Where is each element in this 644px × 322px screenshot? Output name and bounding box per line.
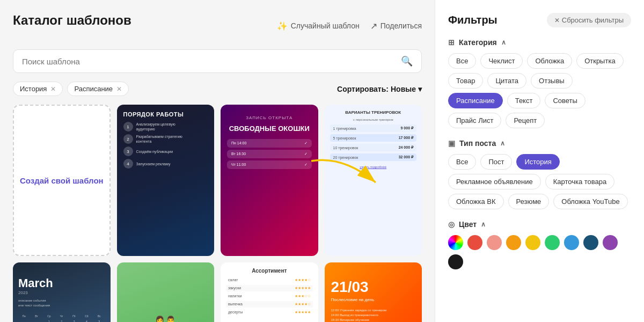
filter-tag-historia-label: История	[20, 85, 47, 93]
template-card-march[interactable]: March 2023 описание событияили текст соо…	[13, 262, 111, 322]
filter-tag-raspisanie[interactable]: Расписание ✕	[67, 82, 129, 96]
color-dot-green[interactable]	[545, 235, 560, 250]
color-dot-0[interactable]	[448, 235, 463, 250]
post-type-tags: ВсеПостИсторияРекламное объявлениеКарточ…	[448, 154, 631, 209]
filter-tag-raspisanie-label: Расписание	[74, 85, 113, 93]
color-dot-orange[interactable]	[506, 235, 521, 250]
color-options	[448, 235, 631, 269]
category-tag-6[interactable]: Отзывы	[531, 73, 573, 89]
card3-link[interactable]: узнать подробнее	[330, 165, 417, 169]
card7-date: 21/03	[331, 280, 416, 295]
color-dot-dark-blue[interactable]	[583, 235, 598, 250]
color-dot-blue[interactable]	[564, 235, 579, 250]
color-section-toggle[interactable]: ◎ Цвет ∧	[448, 220, 631, 229]
sort-label: Сортировать:	[337, 85, 389, 93]
page-title: Каталог шаблонов	[13, 13, 131, 28]
templates-grid: Создай свой шаблон ПОРЯДОК РАБОТЫ 1Анали…	[13, 105, 422, 322]
category-icon: ⊞	[448, 38, 455, 47]
card2-title: СВОБОДНЫЕ ОКОШКИ	[227, 125, 312, 133]
share-button[interactable]: ↗ Поделиться	[370, 21, 422, 31]
post-type-tag-0[interactable]: Все	[448, 154, 476, 170]
filter-tag-historia[interactable]: История ✕	[13, 82, 63, 96]
search-bar: 🔍	[13, 49, 422, 73]
random-label: Случайный шаблон	[291, 21, 360, 30]
card3-title: ВАРИАНТЫ ТРЕНИРОВОК	[330, 110, 417, 115]
category-tag-5[interactable]: Цитата	[487, 73, 526, 89]
reset-filters-button[interactable]: ✕ Сбросить фильтры	[547, 13, 631, 27]
color-dot-black[interactable]	[448, 254, 463, 269]
color-filter-section: ◎ Цвет ∧	[448, 220, 631, 269]
template-card-3[interactable]: ВАРИАНТЫ ТРЕНИРОВОК с персональным трене…	[325, 105, 422, 256]
post-type-chevron-icon: ∧	[500, 140, 505, 147]
share-label: Поделиться	[380, 21, 422, 30]
toolbar: История ✕ Расписание ✕ Сортировать: Новы…	[13, 82, 422, 96]
filter-tag-historia-close[interactable]: ✕	[50, 85, 56, 93]
template-card-2[interactable]: ЗАПИСЬ ОТКРЫТА СВОБОДНЫЕ ОКОШКИ Пн 14:00…	[221, 105, 318, 256]
color-icon: ◎	[448, 220, 455, 229]
category-tag-2[interactable]: Обложка	[527, 53, 572, 69]
category-tag-1[interactable]: Чеклист	[480, 53, 523, 69]
post-type-tag-2[interactable]: История	[516, 154, 559, 170]
category-tag-8[interactable]: Текст	[507, 93, 541, 108]
chevron-down-icon: ▾	[418, 85, 422, 93]
post-type-tag-5[interactable]: Обложка ВК	[448, 194, 504, 209]
post-type-icon: ▣	[448, 139, 455, 148]
card4-year: 2023	[18, 290, 105, 295]
filter-tag-raspisanie-close[interactable]: ✕	[116, 85, 122, 93]
category-tag-7[interactable]: Расписание	[448, 93, 503, 108]
category-chevron-icon: ∧	[501, 39, 506, 46]
active-filters: История ✕ Расписание ✕	[13, 82, 129, 96]
march-text: March	[18, 276, 105, 290]
category-title: Категория	[459, 38, 497, 47]
color-chevron-icon: ∧	[481, 221, 486, 228]
color-dot-pink[interactable]	[487, 235, 502, 250]
card6-title: Ассортимент	[226, 268, 313, 274]
template-card-5[interactable]: 👫 свободные даты ПнВтСрЧтПтСбВс 1234567	[117, 262, 215, 322]
random-template-button[interactable]: ✨ Случайный шаблон	[277, 21, 360, 31]
category-tag-11[interactable]: Рецепт	[506, 113, 545, 128]
post-type-tag-4[interactable]: Карточка товара	[545, 174, 615, 189]
sort-button[interactable]: Сортировать: Новые ▾	[337, 85, 422, 93]
search-icon[interactable]: 🔍	[401, 55, 413, 67]
post-type-tag-6[interactable]: Резюме	[508, 194, 550, 209]
search-input[interactable]	[22, 57, 401, 66]
share-icon: ↗	[370, 21, 377, 31]
category-tag-10[interactable]: Прайс Лист	[448, 113, 501, 128]
create-template-card[interactable]: Создай свой шаблон	[13, 105, 111, 256]
sidebar: Фильтры ✕ Сбросить фильтры ⊞ Категория ∧…	[435, 0, 644, 322]
category-tags: ВсеЧеклистОбложкаОткрыткаТоварЦитатаОтзы…	[448, 53, 631, 128]
post-type-tag-1[interactable]: Пост	[480, 154, 512, 170]
sidebar-header: Фильтры ✕ Сбросить фильтры	[448, 13, 631, 27]
template-card-1[interactable]: ПОРЯДОК РАБОТЫ 1Анализируем целевуюаудит…	[117, 105, 215, 256]
post-type-filter-section: ▣ Тип поста ∧ ВсеПостИсторияРекламное об…	[448, 139, 631, 209]
header-actions: ✨ Случайный шаблон ↗ Поделиться	[277, 21, 422, 31]
card1-title: ПОРЯДОК РАБОТЫ	[123, 111, 208, 118]
category-tag-4[interactable]: Товар	[448, 73, 483, 89]
card4-desc: описание событияили текст сообщения	[18, 298, 105, 308]
category-filter-section: ⊞ Категория ∧ ВсеЧеклистОбложкаОткрыткаТ…	[448, 38, 631, 128]
template-card-7[interactable]: 21/03 Послесловие на день 12:00 Утренняя…	[325, 262, 422, 322]
sort-control: Сортировать: Новые ▾	[337, 85, 422, 93]
magic-icon: ✨	[277, 21, 288, 31]
sidebar-title: Фильтры	[448, 14, 497, 26]
post-type-tag-7[interactable]: Обложка YouTube	[553, 194, 627, 209]
category-tag-0[interactable]: Все	[448, 53, 476, 69]
close-icon: ✕	[554, 17, 560, 24]
category-tag-3[interactable]: Открытка	[576, 53, 623, 69]
reset-label: Сбросить фильтры	[562, 16, 624, 24]
sort-value: Новые	[391, 85, 416, 93]
color-dot-yellow[interactable]	[525, 235, 540, 250]
post-type-tag-3[interactable]: Рекламное объявление	[448, 174, 541, 189]
post-type-title: Тип поста	[459, 139, 496, 148]
card7-desc: Послесловие на день	[331, 297, 416, 303]
color-dot-purple[interactable]	[603, 235, 618, 250]
template-card-6[interactable]: Ассортимент салат★★★★☆ закуски★★★★★ напи…	[221, 262, 318, 322]
card2-sub: ЗАПИСЬ ОТКРЫТА	[227, 115, 312, 120]
create-card-label: Создай свой шаблон	[14, 170, 109, 192]
color-dot-red[interactable]	[467, 235, 482, 250]
page-header: Каталог шаблонов ✨ Случайный шаблон ↗ По…	[13, 13, 422, 39]
post-type-section-toggle[interactable]: ▣ Тип поста ∧	[448, 139, 631, 148]
category-section-toggle[interactable]: ⊞ Категория ∧	[448, 38, 631, 47]
color-title: Цвет	[459, 220, 477, 229]
category-tag-9[interactable]: Советы	[545, 93, 585, 108]
